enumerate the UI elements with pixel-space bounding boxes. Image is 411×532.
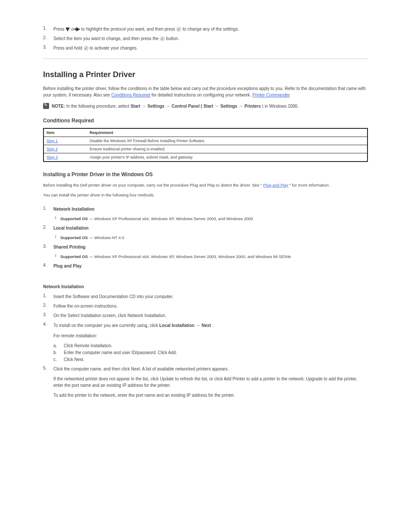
list-number: 1. xyxy=(43,206,53,211)
divider xyxy=(43,59,368,59)
step-text: To install on the computer you are curre… xyxy=(53,322,368,363)
method-title: Plug and Play xyxy=(53,264,82,268)
paragraph: Before installing the Dell printer drive… xyxy=(43,182,368,188)
check-icon xyxy=(176,27,181,32)
step-text: Press or to highlight the protocol you w… xyxy=(53,26,368,33)
conditions-table: Item Requirement Step 1 Disable the Wind… xyxy=(43,128,368,162)
table-heading: Conditions Required xyxy=(43,118,368,124)
step-link[interactable]: Step 2 xyxy=(47,147,58,151)
supported-os: Supported OS — Windows NT 4.0 xyxy=(60,234,368,241)
substep-text: Click Remote Installation. xyxy=(64,342,112,349)
substep-label: a. xyxy=(53,342,64,349)
method-title: Local Installation xyxy=(53,226,89,230)
step-text: Select the item you want to change, and … xyxy=(53,35,368,42)
list-number: 3. xyxy=(43,244,53,249)
bullet: l xyxy=(55,253,60,258)
step-text: Follow the on-screen instructions. xyxy=(53,303,368,310)
step-link[interactable]: Step 3 xyxy=(47,155,58,159)
method-title: Network Installation xyxy=(53,207,94,212)
step-subtext: For remote installation: xyxy=(53,333,368,339)
table-cell: Disable the Windows XP Firewall Before I… xyxy=(90,139,364,143)
table-cell: Assign your printer's IP address, subnet… xyxy=(90,155,364,159)
step-number: 5. xyxy=(43,366,53,370)
step-text: On the Select Installation screen, click… xyxy=(53,312,368,319)
subsection-heading: Installing a Printer Driver in the Windo… xyxy=(43,171,368,177)
step-number: 2. xyxy=(43,303,53,308)
link-plug-and-play[interactable]: Plug and Play xyxy=(263,183,289,187)
table-row: Step 2 Ensure traditional printer sharin… xyxy=(44,145,367,153)
caret-down-icon xyxy=(65,28,70,31)
step-number: 1. xyxy=(43,26,53,31)
step-number: 3. xyxy=(43,312,53,317)
bullet: l xyxy=(55,215,60,220)
substep-text: Click Next. xyxy=(64,356,84,363)
step-link[interactable]: Step 1 xyxy=(47,139,58,143)
supported-os: Supported OS — Windows XP Professional x… xyxy=(60,215,368,222)
substep-text: Enter the computer name and user ID/pass… xyxy=(64,349,177,356)
step-number: 1. xyxy=(43,293,53,298)
step-number: 2. xyxy=(43,35,53,40)
link-conditions-required[interactable]: Conditions Required xyxy=(111,93,150,97)
check-icon xyxy=(160,36,165,41)
method-title: Shared Printing xyxy=(53,245,85,249)
paragraph: You can install the printer driver in th… xyxy=(43,192,368,198)
section-heading: Installing a Printer Driver xyxy=(43,70,368,79)
table-row: Step 1 Disable the Windows XP Firewall B… xyxy=(44,137,367,145)
list-number: 2. xyxy=(43,225,53,230)
arrow-right-icon xyxy=(76,27,80,31)
step-text: Click the computer name, and then click … xyxy=(53,366,368,402)
step-number: 3. xyxy=(43,45,53,50)
intro-paragraph: Before installing the printer driver, fo… xyxy=(43,85,368,98)
bullet: l xyxy=(55,234,60,239)
supported-os: Supported OS — Windows XP Professional x… xyxy=(60,253,368,260)
note-text: NOTE: In the following procedure, select… xyxy=(52,103,368,110)
table-row: Step 3 Assign your printer's IP address,… xyxy=(44,153,367,161)
step-number: 4. xyxy=(43,322,53,327)
table-header-requirement: Requirement xyxy=(90,131,364,135)
link-printer-commander[interactable]: Printer Commander xyxy=(252,93,290,97)
substep-label: b. xyxy=(53,349,64,356)
note-icon xyxy=(43,103,49,109)
list-number: 4. xyxy=(43,263,53,268)
substep-label: c. xyxy=(53,356,64,363)
step-text: Insert the Software and Documentation CD… xyxy=(53,293,368,300)
table-cell: Ensure traditional printer sharing is en… xyxy=(90,147,364,151)
check-icon xyxy=(84,46,89,51)
step-text: Press and hold to activate your changes. xyxy=(53,45,368,52)
table-header-item: Item xyxy=(47,131,90,135)
subsubsection-heading: Network Installation xyxy=(43,284,368,289)
